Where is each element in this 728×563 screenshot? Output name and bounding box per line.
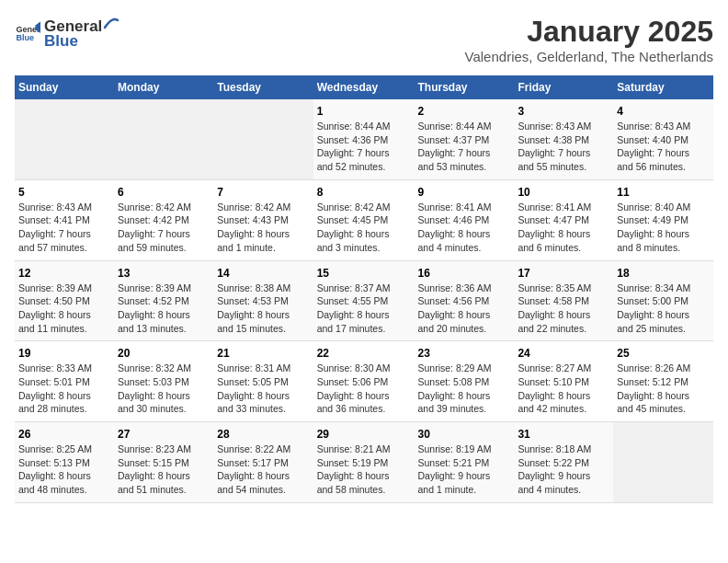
logo-icon: General Blue xyxy=(15,20,40,46)
day-cell-12: 12Sunrise: 8:39 AM Sunset: 4:50 PM Dayli… xyxy=(15,260,114,341)
empty-cell xyxy=(613,422,713,503)
main-title: January 2025 xyxy=(465,15,713,49)
day-number: 5 xyxy=(18,186,110,199)
day-cell-17: 17Sunrise: 8:35 AM Sunset: 4:58 PM Dayli… xyxy=(514,260,613,341)
day-cell-16: 16Sunrise: 8:36 AM Sunset: 4:56 PM Dayli… xyxy=(415,260,515,341)
header: General Blue General Blue January 2025 V… xyxy=(15,15,713,64)
day-header-tuesday: Tuesday xyxy=(213,75,313,99)
day-number: 17 xyxy=(518,267,609,280)
day-cell-30: 30Sunrise: 8:19 AM Sunset: 5:21 PM Dayli… xyxy=(415,422,515,503)
day-info: Sunrise: 8:42 AM Sunset: 4:45 PM Dayligh… xyxy=(317,201,411,255)
day-cell-22: 22Sunrise: 8:30 AM Sunset: 5:06 PM Dayli… xyxy=(313,341,415,422)
day-number: 11 xyxy=(617,186,710,199)
day-info: Sunrise: 8:43 AM Sunset: 4:40 PM Dayligh… xyxy=(617,120,710,174)
day-info: Sunrise: 8:21 AM Sunset: 5:19 PM Dayligh… xyxy=(317,442,411,497)
day-number: 29 xyxy=(317,428,411,441)
day-number: 28 xyxy=(217,428,309,441)
day-cell-8: 8Sunrise: 8:42 AM Sunset: 4:45 PM Daylig… xyxy=(313,179,415,260)
day-header-friday: Friday xyxy=(514,75,613,99)
day-info: Sunrise: 8:43 AM Sunset: 4:41 PM Dayligh… xyxy=(18,201,110,255)
day-info: Sunrise: 8:23 AM Sunset: 5:15 PM Dayligh… xyxy=(118,442,210,497)
day-cell-2: 2Sunrise: 8:44 AM Sunset: 4:37 PM Daylig… xyxy=(415,99,515,179)
day-info: Sunrise: 8:19 AM Sunset: 5:21 PM Dayligh… xyxy=(418,442,511,497)
day-cell-13: 13Sunrise: 8:39 AM Sunset: 4:52 PM Dayli… xyxy=(114,260,213,341)
day-header-saturday: Saturday xyxy=(613,75,713,99)
day-info: Sunrise: 8:36 AM Sunset: 4:56 PM Dayligh… xyxy=(418,282,511,336)
day-cell-4: 4Sunrise: 8:43 AM Sunset: 4:40 PM Daylig… xyxy=(613,99,713,179)
day-info: Sunrise: 8:41 AM Sunset: 4:46 PM Dayligh… xyxy=(418,201,511,255)
logo-swoosh xyxy=(103,15,119,31)
day-cell-9: 9Sunrise: 8:41 AM Sunset: 4:46 PM Daylig… xyxy=(415,179,515,260)
day-number: 21 xyxy=(217,347,309,360)
day-number: 7 xyxy=(217,186,309,199)
day-info: Sunrise: 8:22 AM Sunset: 5:17 PM Dayligh… xyxy=(217,442,309,497)
day-number: 24 xyxy=(518,347,609,360)
day-cell-28: 28Sunrise: 8:22 AM Sunset: 5:17 PM Dayli… xyxy=(213,422,313,503)
day-info: Sunrise: 8:42 AM Sunset: 4:43 PM Dayligh… xyxy=(217,201,309,255)
empty-cell xyxy=(213,99,313,179)
day-number: 31 xyxy=(518,428,609,441)
day-info: Sunrise: 8:38 AM Sunset: 4:53 PM Dayligh… xyxy=(217,282,309,336)
day-cell-21: 21Sunrise: 8:31 AM Sunset: 5:05 PM Dayli… xyxy=(213,341,313,422)
day-info: Sunrise: 8:34 AM Sunset: 5:00 PM Dayligh… xyxy=(617,282,710,336)
day-info: Sunrise: 8:27 AM Sunset: 5:10 PM Dayligh… xyxy=(518,362,609,416)
day-number: 26 xyxy=(18,428,110,441)
svg-text:Blue: Blue xyxy=(16,33,34,42)
week-row-1: 1Sunrise: 8:44 AM Sunset: 4:36 PM Daylig… xyxy=(15,99,713,179)
day-info: Sunrise: 8:25 AM Sunset: 5:13 PM Dayligh… xyxy=(18,442,110,497)
week-row-5: 26Sunrise: 8:25 AM Sunset: 5:13 PM Dayli… xyxy=(15,422,713,503)
logo: General Blue General Blue xyxy=(15,15,119,51)
day-info: Sunrise: 8:44 AM Sunset: 4:37 PM Dayligh… xyxy=(418,120,511,174)
day-number: 13 xyxy=(118,267,210,280)
empty-cell xyxy=(15,99,114,179)
day-info: Sunrise: 8:31 AM Sunset: 5:05 PM Dayligh… xyxy=(217,362,309,416)
day-cell-23: 23Sunrise: 8:29 AM Sunset: 5:08 PM Dayli… xyxy=(415,341,515,422)
day-info: Sunrise: 8:33 AM Sunset: 5:01 PM Dayligh… xyxy=(18,362,110,416)
day-number: 2 xyxy=(418,105,511,118)
day-info: Sunrise: 8:37 AM Sunset: 4:55 PM Dayligh… xyxy=(317,282,411,336)
day-number: 3 xyxy=(518,105,609,118)
day-number: 18 xyxy=(617,267,710,280)
day-cell-1: 1Sunrise: 8:44 AM Sunset: 4:36 PM Daylig… xyxy=(313,99,415,179)
day-cell-31: 31Sunrise: 8:18 AM Sunset: 5:22 PM Dayli… xyxy=(514,422,613,503)
day-header-sunday: Sunday xyxy=(15,75,114,99)
day-number: 12 xyxy=(18,267,110,280)
day-info: Sunrise: 8:26 AM Sunset: 5:12 PM Dayligh… xyxy=(617,362,710,416)
day-cell-15: 15Sunrise: 8:37 AM Sunset: 4:55 PM Dayli… xyxy=(313,260,415,341)
day-cell-24: 24Sunrise: 8:27 AM Sunset: 5:10 PM Dayli… xyxy=(514,341,613,422)
day-cell-7: 7Sunrise: 8:42 AM Sunset: 4:43 PM Daylig… xyxy=(213,179,313,260)
day-info: Sunrise: 8:30 AM Sunset: 5:06 PM Dayligh… xyxy=(317,362,411,416)
day-number: 22 xyxy=(317,347,411,360)
day-info: Sunrise: 8:42 AM Sunset: 4:42 PM Dayligh… xyxy=(118,201,210,255)
day-cell-3: 3Sunrise: 8:43 AM Sunset: 4:38 PM Daylig… xyxy=(514,99,613,179)
day-number: 15 xyxy=(317,267,411,280)
day-cell-6: 6Sunrise: 8:42 AM Sunset: 4:42 PM Daylig… xyxy=(114,179,213,260)
day-info: Sunrise: 8:29 AM Sunset: 5:08 PM Dayligh… xyxy=(418,362,511,416)
day-cell-25: 25Sunrise: 8:26 AM Sunset: 5:12 PM Dayli… xyxy=(613,341,713,422)
day-header-thursday: Thursday xyxy=(415,75,515,99)
day-number: 14 xyxy=(217,267,309,280)
day-info: Sunrise: 8:40 AM Sunset: 4:49 PM Dayligh… xyxy=(617,201,710,255)
subtitle: Valendries, Gelderland, The Netherlands xyxy=(465,49,713,64)
week-row-4: 19Sunrise: 8:33 AM Sunset: 5:01 PM Dayli… xyxy=(15,341,713,422)
day-cell-20: 20Sunrise: 8:32 AM Sunset: 5:03 PM Dayli… xyxy=(114,341,213,422)
day-number: 23 xyxy=(418,347,511,360)
day-cell-11: 11Sunrise: 8:40 AM Sunset: 4:49 PM Dayli… xyxy=(613,179,713,260)
day-number: 4 xyxy=(617,105,710,118)
day-number: 25 xyxy=(617,347,710,360)
day-number: 8 xyxy=(317,186,411,199)
day-number: 1 xyxy=(317,105,411,118)
day-info: Sunrise: 8:39 AM Sunset: 4:50 PM Dayligh… xyxy=(18,282,110,336)
day-number: 27 xyxy=(118,428,210,441)
week-row-3: 12Sunrise: 8:39 AM Sunset: 4:50 PM Dayli… xyxy=(15,260,713,341)
day-cell-5: 5Sunrise: 8:43 AM Sunset: 4:41 PM Daylig… xyxy=(15,179,114,260)
day-number: 16 xyxy=(418,267,511,280)
day-cell-18: 18Sunrise: 8:34 AM Sunset: 5:00 PM Dayli… xyxy=(613,260,713,341)
week-row-2: 5Sunrise: 8:43 AM Sunset: 4:41 PM Daylig… xyxy=(15,179,713,260)
day-number: 30 xyxy=(418,428,511,441)
day-info: Sunrise: 8:18 AM Sunset: 5:22 PM Dayligh… xyxy=(518,442,609,497)
day-info: Sunrise: 8:41 AM Sunset: 4:47 PM Dayligh… xyxy=(518,201,609,255)
day-cell-26: 26Sunrise: 8:25 AM Sunset: 5:13 PM Dayli… xyxy=(15,422,114,503)
calendar-header-row: SundayMondayTuesdayWednesdayThursdayFrid… xyxy=(15,75,713,99)
day-cell-19: 19Sunrise: 8:33 AM Sunset: 5:01 PM Dayli… xyxy=(15,341,114,422)
